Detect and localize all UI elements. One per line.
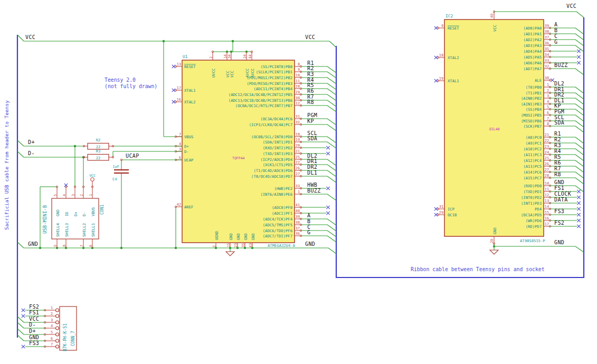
net-label-sda[interactable]: SDA bbox=[554, 120, 564, 126]
net-label-vcc[interactable]: VCC bbox=[25, 34, 35, 40]
con1-value[interactable]: USB-MINI-B bbox=[42, 205, 48, 234]
bus-entry[interactable] bbox=[327, 219, 336, 225]
net-label-dplus[interactable]: D+ bbox=[28, 139, 35, 145]
net-label-dminus[interactable]: D- bbox=[28, 150, 35, 156]
net-label-dr2[interactable]: DR2 bbox=[307, 164, 317, 170]
bus-entry[interactable] bbox=[575, 149, 584, 155]
bus-entry[interactable] bbox=[575, 98, 584, 104]
net-label-ucap[interactable]: UCAP bbox=[126, 153, 139, 159]
bus-entry[interactable] bbox=[575, 115, 584, 121]
u1-value[interactable]: ATMEGA32U4-A bbox=[268, 243, 296, 248]
net-label-gnd[interactable]: GND bbox=[29, 334, 39, 340]
bus-entry[interactable] bbox=[327, 137, 336, 143]
bus-entry[interactable] bbox=[327, 66, 336, 73]
bus-entry[interactable] bbox=[329, 41, 336, 47]
net-label-r5[interactable]: R5 bbox=[554, 154, 561, 160]
net-label-sda[interactable]: SDA bbox=[307, 136, 317, 141]
bus-entry[interactable] bbox=[327, 225, 336, 231]
net-label-r2[interactable]: R2 bbox=[554, 137, 561, 142]
net-label-buzz[interactable]: BUZZ bbox=[307, 188, 321, 194]
bus-entry[interactable] bbox=[575, 87, 584, 93]
net-label-r8[interactable]: R8 bbox=[307, 99, 314, 105]
bus-entry[interactable] bbox=[17, 35, 24, 41]
net-label-r7[interactable]: R7 bbox=[554, 166, 561, 171]
bus-entry[interactable] bbox=[575, 109, 584, 116]
net-label-r8[interactable]: R8 bbox=[554, 171, 561, 177]
u1-ref[interactable]: U1 bbox=[183, 54, 188, 59]
bus-entry[interactable] bbox=[575, 104, 584, 110]
bus-entry[interactable] bbox=[575, 172, 584, 178]
bus-entry[interactable] bbox=[327, 124, 336, 131]
bus-entry[interactable] bbox=[327, 94, 336, 101]
net-label-kp[interactable]: KP bbox=[554, 103, 561, 109]
bus-entry[interactable] bbox=[575, 155, 584, 161]
net-label-fs3[interactable]: FS3 bbox=[554, 208, 564, 214]
net-label-vcc[interactable]: VCC bbox=[305, 34, 315, 40]
net-label-r6[interactable]: R6 bbox=[307, 88, 314, 94]
bus-entry[interactable] bbox=[575, 121, 584, 127]
net-label-gnd[interactable]: GND bbox=[305, 241, 315, 247]
net-label-dl1[interactable]: DL1 bbox=[307, 170, 317, 176]
bus-entry[interactable] bbox=[327, 119, 336, 125]
bus-entry[interactable] bbox=[327, 100, 336, 107]
bus-entry[interactable] bbox=[575, 69, 584, 75]
bus-entry[interactable] bbox=[17, 242, 24, 248]
net-label-r2[interactable]: R2 bbox=[307, 65, 314, 71]
ic2-value[interactable]: AT90S8515-P bbox=[520, 238, 545, 243]
conn7-ref[interactable]: CONN_7 bbox=[71, 331, 75, 346]
net-label-fs2[interactable]: FS2 bbox=[29, 304, 39, 310]
bus-entry[interactable] bbox=[575, 178, 584, 184]
bus-entry[interactable] bbox=[575, 40, 584, 46]
bus-entry[interactable] bbox=[575, 28, 584, 34]
bus-entry[interactable] bbox=[327, 89, 336, 95]
net-label-r1[interactable]: R1 bbox=[554, 131, 561, 137]
bus-entry[interactable] bbox=[327, 170, 336, 177]
r2-value[interactable]: 22 bbox=[96, 145, 100, 149]
bus-entry[interactable] bbox=[328, 248, 336, 254]
net-label-data[interactable]: DATA bbox=[554, 197, 568, 203]
net-label-b[interactable]: B bbox=[307, 218, 310, 224]
bus-entry[interactable] bbox=[327, 106, 336, 112]
net-label-buzz[interactable]: BUZZ bbox=[554, 62, 568, 68]
bus-entry[interactable] bbox=[327, 72, 336, 78]
ic2-ref[interactable]: IC2 bbox=[446, 14, 453, 18]
net-label-fs1[interactable]: FS1 bbox=[554, 185, 564, 191]
bus-entry[interactable] bbox=[327, 236, 336, 242]
net-label-gnd[interactable]: GND bbox=[554, 240, 564, 245]
bus-entry[interactable] bbox=[327, 78, 336, 84]
net-label-dl2[interactable]: DL2 bbox=[554, 81, 564, 87]
bus-entry[interactable] bbox=[17, 140, 24, 146]
bus-entry[interactable] bbox=[575, 246, 584, 252]
net-label-kp[interactable]: KP bbox=[307, 118, 314, 124]
bus-entry[interactable] bbox=[327, 231, 336, 237]
c4-value[interactable]: 1uF bbox=[112, 165, 119, 169]
net-label-hwb[interactable]: HWB bbox=[307, 182, 317, 188]
bus-entry[interactable] bbox=[575, 160, 584, 167]
net-label-fs3[interactable]: FS3 bbox=[29, 340, 39, 346]
net-label-c[interactable]: C bbox=[554, 33, 557, 39]
bus-entry[interactable] bbox=[575, 34, 584, 40]
bus-entry[interactable] bbox=[327, 159, 336, 166]
net-label-vcc[interactable]: VCC bbox=[29, 316, 39, 322]
bus-entry[interactable] bbox=[17, 329, 24, 334]
bus-entry[interactable] bbox=[575, 93, 584, 99]
net-label-pgm[interactable]: PGM bbox=[307, 112, 317, 118]
bus-entry[interactable] bbox=[576, 12, 584, 17]
bus-entry[interactable] bbox=[575, 166, 584, 173]
net-label-dr2[interactable]: DR2 bbox=[554, 92, 564, 98]
net-label-a[interactable]: A bbox=[554, 22, 557, 27]
bus-entry[interactable] bbox=[327, 83, 336, 90]
bus-entry[interactable] bbox=[575, 137, 584, 143]
bus-entry[interactable] bbox=[575, 126, 584, 132]
net-label-r5[interactable]: R5 bbox=[307, 82, 314, 88]
r3-value[interactable]: 22 bbox=[96, 156, 100, 160]
bus-entry[interactable] bbox=[17, 317, 24, 322]
net-label-vcc[interactable]: VCC bbox=[566, 3, 576, 9]
net-label-dr1[interactable]: DR1 bbox=[307, 158, 317, 164]
net-label-r4[interactable]: R4 bbox=[554, 148, 561, 154]
bus-entry[interactable] bbox=[17, 151, 24, 157]
bus-entry[interactable] bbox=[575, 143, 584, 149]
net-label-r3[interactable]: R3 bbox=[554, 142, 561, 148]
bus-entry[interactable] bbox=[17, 335, 24, 341]
net-label-fs1[interactable]: FS1 bbox=[29, 310, 39, 315]
